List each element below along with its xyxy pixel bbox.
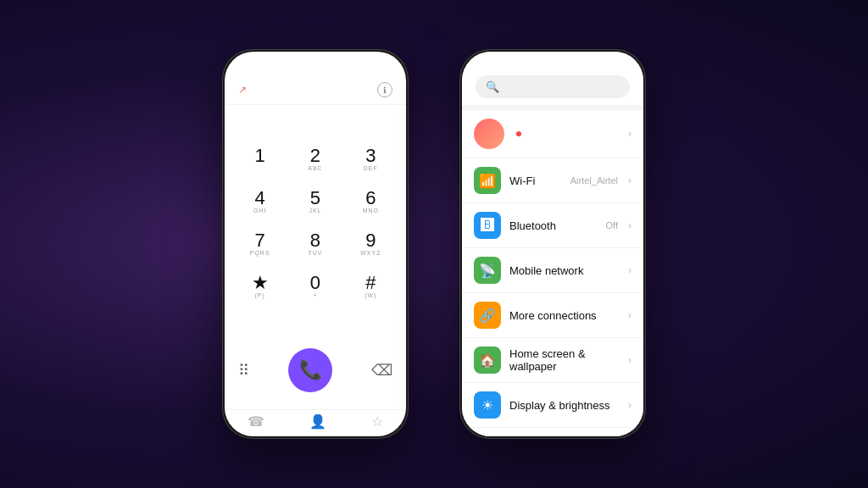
settings-item-display[interactable]: ☀ Display & brightness › (462, 383, 643, 428)
dial-key-2[interactable]: 2 ABC (288, 140, 342, 180)
bluetooth-content: Bluetooth (509, 219, 598, 232)
dial-key-1[interactable]: 1 (233, 140, 287, 180)
grid-icon[interactable]: ⠿ (238, 361, 249, 380)
nav-favorites-icon[interactable]: ☆ (371, 413, 383, 430)
mobile-icon: 📡 (474, 257, 501, 284)
dialpad-grid: 1 2 ABC 3 DEF 4 GHI 5 JKL 6 MNO 7 PQRS 8… (233, 140, 398, 308)
display-name: Display & brightness (509, 399, 620, 412)
homescreen-icon: 🏠 (474, 347, 501, 374)
nav-contacts-icon[interactable]: 👤 (309, 413, 326, 430)
dial-key-#[interactable]: # (W) (344, 267, 398, 308)
connections-name: More connections (509, 309, 620, 322)
phone-nav-bar: ☎ 👤 ☆ (225, 409, 406, 436)
info-button[interactable]: ℹ (377, 82, 392, 97)
display-icon: ☀ (474, 391, 501, 419)
wifi-icon: 📶 (474, 167, 501, 194)
dial-key-3[interactable]: 3 DEF (344, 140, 398, 180)
recent-call-item[interactable]: ↗ ℹ (225, 75, 406, 105)
nav-phone-icon[interactable]: ☎ (248, 413, 264, 430)
call-info-right: ℹ (372, 82, 392, 97)
phone-header (225, 52, 406, 75)
search-bar[interactable]: 🔍 (476, 75, 630, 98)
settings-list: › 📶 Wi-Fi Airtel_Airtel › 🅱 Bluetooth Of… (462, 110, 643, 436)
dial-key-6[interactable]: 6 MNO (344, 182, 398, 223)
homescreen-chevron-icon: › (628, 354, 632, 366)
dial-key-7[interactable]: 7 PQRS (233, 225, 287, 265)
settings-item-sounds[interactable]: 🔊 Sounds & vibration › (462, 428, 643, 436)
call-info-left: ↗ (238, 84, 252, 96)
settings-item-wifi[interactable]: 📶 Wi-Fi Airtel_Airtel › (462, 158, 643, 203)
dial-key-5[interactable]: 5 JKL (288, 182, 342, 223)
bluetooth-chevron-icon: › (628, 219, 632, 231)
display-chevron-icon: › (628, 399, 632, 411)
dial-key-★[interactable]: ★ (P) (233, 267, 287, 308)
settings-device: 🔍 › (459, 49, 646, 439)
backspace-icon[interactable]: ⌫ (371, 361, 392, 380)
settings-item-connections[interactable]: 🔗 More connections › (462, 293, 643, 338)
wifi-content: Wi-Fi (509, 175, 562, 187)
dial-key-8[interactable]: 8 TUV (288, 225, 342, 265)
search-icon: 🔍 (486, 80, 499, 93)
profile-name (513, 131, 620, 136)
homescreen-name: Home screen & wallpaper (509, 347, 620, 373)
mobile-name: Mobile network (509, 264, 620, 277)
connections-icon: 🔗 (474, 302, 501, 329)
connections-chevron-icon: › (628, 309, 632, 321)
profile-info (513, 131, 620, 136)
phone-bottom-bar: ⠿ 📞 ⌫ (225, 341, 406, 409)
connections-content: More connections (509, 309, 620, 322)
phone-app: ↗ ℹ 1 2 ABC 3 DEF (225, 52, 406, 436)
dialpad: 1 2 ABC 3 DEF 4 GHI 5 JKL 6 MNO 7 PQRS 8… (225, 105, 406, 341)
dial-key-4[interactable]: 4 GHI (233, 182, 287, 223)
homescreen-content: Home screen & wallpaper (509, 347, 620, 373)
bluetooth-icon: 🅱 (474, 212, 501, 239)
missed-call-icon: ↗ (238, 84, 247, 96)
wifi-value: Airtel_Airtel (570, 175, 618, 186)
notification-dot (516, 131, 521, 136)
display-content: Display & brightness (509, 399, 620, 412)
mobile-content: Mobile network (509, 264, 620, 277)
settings-item-bluetooth[interactable]: 🅱 Bluetooth Off › (462, 203, 643, 248)
profile-avatar (474, 119, 504, 149)
phone-screen: ↗ ℹ 1 2 ABC 3 DEF (225, 52, 406, 436)
settings-header: 🔍 (462, 52, 643, 105)
settings-item-homescreen[interactable]: 🏠 Home screen & wallpaper › (462, 338, 643, 383)
bluetooth-value: Off (606, 220, 618, 230)
settings-items-list: 📶 Wi-Fi Airtel_Airtel › 🅱 Bluetooth Off … (462, 158, 643, 436)
dial-key-9[interactable]: 9 WXYZ (344, 225, 398, 265)
settings-screen: 🔍 › (462, 52, 643, 436)
settings-app: 🔍 › (462, 52, 643, 436)
wifi-name: Wi-Fi (509, 175, 562, 187)
wifi-chevron-icon: › (628, 175, 632, 186)
call-button[interactable]: 📞 (288, 348, 332, 392)
bluetooth-name: Bluetooth (509, 219, 598, 232)
dial-key-0[interactable]: 0 + (288, 267, 342, 308)
mobile-chevron-icon: › (628, 264, 632, 276)
phone-device: ↗ ℹ 1 2 ABC 3 DEF (222, 49, 409, 439)
settings-item-mobile[interactable]: 📡 Mobile network › (462, 248, 643, 293)
profile-item[interactable]: › (462, 110, 643, 158)
profile-chevron-icon: › (628, 128, 632, 140)
